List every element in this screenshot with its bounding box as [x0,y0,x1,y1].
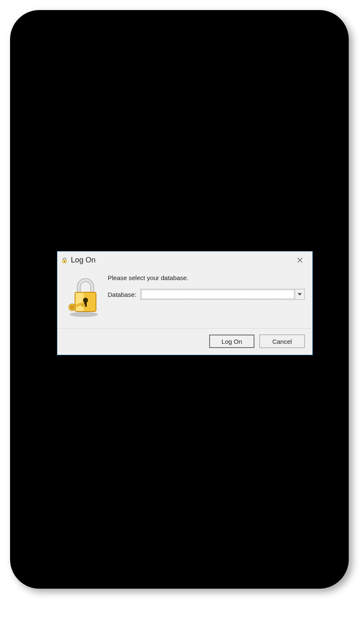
database-combobox[interactable] [140,289,305,300]
close-button[interactable] [290,254,309,266]
database-input[interactable] [141,290,294,299]
instruction-text: Please select your database. [108,274,305,281]
database-dropdown-button[interactable] [295,289,304,299]
database-label: Database: [108,291,136,298]
logon-button[interactable]: Log On [209,335,254,348]
svg-marker-18 [298,293,302,296]
logon-button-label: Log On [221,338,242,345]
dialog-body: Please select your database. Database: [57,268,312,328]
dialog-icon-column [62,273,108,319]
logon-dialog: Log On [57,251,313,355]
lock-key-icon [65,276,104,319]
device-frame: Log On [10,10,349,589]
dialog-title: Log On [71,256,96,265]
database-field-row: Database: [108,289,305,300]
cancel-button[interactable]: Cancel [259,335,305,348]
titlebar: Log On [57,252,312,268]
cancel-button-label: Cancel [272,338,292,345]
dialog-footer: Log On Cancel [57,328,312,355]
svg-rect-9 [75,293,84,311]
dialog-form: Please select your database. Database: [108,273,305,319]
chevron-down-icon [298,293,302,296]
svg-rect-3 [65,262,65,262]
svg-point-6 [70,312,98,317]
lock-icon [61,256,68,264]
